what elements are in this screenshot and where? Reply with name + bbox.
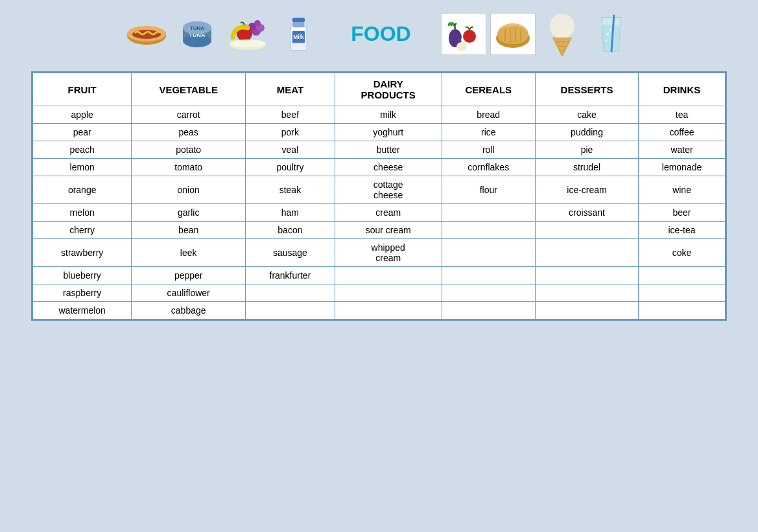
bread-icon: [490, 13, 536, 55]
table-row: watermeloncabbage: [33, 302, 726, 319]
svg-point-37: [606, 33, 609, 36]
food-title: FOOD: [351, 22, 410, 46]
table-cell: [535, 267, 639, 284]
svg-text:Milk: Milk: [293, 34, 304, 40]
food-table: FRUIT VEGETABLE MEAT DAIRYPRODUCTS CEREA…: [31, 71, 727, 321]
table-cell: steak: [246, 176, 335, 204]
svg-point-12: [254, 20, 261, 27]
col-header-drinks: DRINKS: [639, 73, 725, 106]
col-header-meat: MEAT: [246, 73, 335, 106]
table-row: melongarlichamcreamcroissantbeer: [33, 204, 726, 222]
table-cell: pepper: [132, 267, 246, 284]
col-header-cereals: CEREALS: [442, 73, 535, 106]
table-cell: water: [639, 141, 725, 159]
table-cell: frankfurter: [246, 267, 335, 284]
table-cell: pork: [246, 124, 335, 141]
table-cell: [639, 284, 725, 302]
table-cell: cauliflower: [132, 284, 246, 302]
table-cell: melon: [33, 204, 132, 222]
table-cell: tea: [639, 106, 725, 124]
table-cell: croissant: [535, 204, 639, 222]
table-cell: cake: [535, 106, 639, 124]
table-cell: strudel: [535, 159, 639, 176]
fruit-bowl-icon: [225, 13, 270, 55]
col-header-dairy: DAIRYPRODUCTS: [335, 73, 442, 106]
svg-point-24: [456, 42, 467, 51]
table-cell: [535, 239, 639, 267]
table-cell: watermelon: [33, 302, 132, 319]
table-cell: poultry: [246, 159, 335, 176]
table-row: raspberrycauliflower: [33, 284, 726, 302]
svg-point-39: [606, 40, 608, 41]
table-cell: cheese: [335, 159, 442, 176]
table-cell: flour: [442, 176, 535, 204]
table-cell: strawberry: [33, 239, 132, 267]
table-cell: tomato: [132, 159, 246, 176]
table-cell: [535, 222, 639, 239]
svg-rect-18: [292, 17, 305, 22]
table-cell: lemonade: [639, 159, 725, 176]
table-cell: [442, 204, 535, 222]
table-cell: bread: [442, 106, 535, 124]
table-row: lemontomatopoultrycheesecornflakesstrude…: [33, 159, 726, 176]
table-cell: raspberry: [33, 284, 132, 302]
table-cell: cornflakes: [442, 159, 535, 176]
svg-point-38: [610, 29, 611, 30]
svg-marker-30: [552, 37, 571, 56]
table-row: orangeonionsteakcottagecheeseflourice-cr…: [33, 176, 726, 204]
table-row: pearpeasporkyoghurtricepuddingcoffee: [33, 124, 726, 141]
milk-icon: Milk: [276, 13, 321, 55]
table-row: peachpotatovealbutterrollpiewater: [33, 141, 726, 159]
table-cell: wine: [639, 176, 725, 204]
table-cell: leek: [132, 239, 246, 267]
table-cell: [639, 302, 725, 319]
table-cell: coffee: [639, 124, 725, 141]
table-cell: [442, 284, 535, 302]
svg-point-15: [230, 40, 266, 47]
table-cell: beer: [639, 204, 725, 222]
table-cell: beef: [246, 106, 335, 124]
header-icons-row: TUNA TUNA: [13, 13, 745, 55]
col-header-desserts: DESSERTS: [535, 73, 639, 106]
table-cell: [442, 267, 535, 284]
table-cell: [335, 267, 442, 284]
table-cell: peach: [33, 141, 132, 159]
vegetables-icon: [441, 13, 486, 55]
col-header-vegetable: VEGETABLE: [132, 73, 246, 106]
table-cell: peas: [132, 124, 246, 141]
table-cell: [442, 239, 535, 267]
table-cell: pie: [535, 141, 639, 159]
svg-point-23: [463, 30, 476, 43]
table-cell: whippedcream: [335, 239, 442, 267]
table-cell: pudding: [535, 124, 639, 141]
svg-text:TUNA: TUNA: [190, 25, 204, 31]
table-row: blueberrypepperfrankfurter: [33, 267, 726, 284]
table-cell: yoghurt: [335, 124, 442, 141]
table-cell: [639, 267, 725, 284]
table-row: strawberryleeksausagewhippedcreamcoke: [33, 239, 726, 267]
table-cell: [535, 302, 639, 319]
ice-cream-icon: [539, 13, 585, 55]
table-cell: potato: [132, 141, 246, 159]
table-cell: cream: [335, 204, 442, 222]
drink-icon: [589, 13, 634, 55]
table-row: cherrybeanbaconsour creamice-tea: [33, 222, 726, 239]
table-cell: [442, 302, 535, 319]
svg-rect-21: [291, 43, 306, 49]
table-cell: ice-tea: [639, 222, 725, 239]
table-cell: rice: [442, 124, 535, 141]
table-cell: blueberry: [33, 267, 132, 284]
table-cell: cabbage: [132, 302, 246, 319]
table-cell: veal: [246, 141, 335, 159]
table-cell: [442, 222, 535, 239]
table-cell: cottagecheese: [335, 176, 442, 204]
table-cell: butter: [335, 141, 442, 159]
table-cell: milk: [335, 106, 442, 124]
table-cell: [535, 284, 639, 302]
table-cell: sausage: [246, 239, 335, 267]
tuna-icon: TUNA TUNA: [174, 13, 220, 55]
table-cell: apple: [33, 106, 132, 124]
table-cell: [246, 284, 335, 302]
table-cell: [335, 302, 442, 319]
table-row: applecarrotbeefmilkbreadcaketea: [33, 106, 726, 124]
